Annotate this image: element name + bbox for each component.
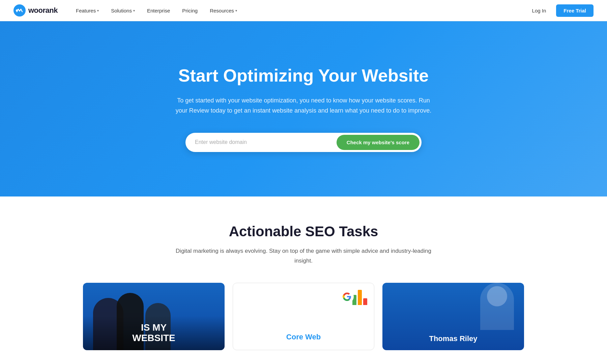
core-web-title: Core Web — [241, 333, 366, 341]
bar-red — [363, 298, 367, 305]
thomas-riley-card[interactable]: Thomas Riley — [382, 283, 524, 350]
bar-chart — [352, 290, 367, 305]
nav-item-pricing[interactable]: Pricing — [177, 5, 202, 16]
hero-title: Start Optimizing Your Website — [178, 66, 429, 86]
cards-row: IS MYWEBSITE Core Web — [13, 283, 594, 350]
thomas-riley-name: Thomas Riley — [391, 334, 516, 343]
free-trial-button[interactable]: Free Trial — [556, 4, 594, 17]
logo[interactable]: woorank — [13, 4, 58, 17]
nav-features-label: Features — [76, 8, 96, 13]
is-my-website-card[interactable]: IS MYWEBSITE — [83, 283, 225, 350]
nav-solutions-label: Solutions — [111, 8, 132, 13]
seo-section-title: Actionable SEO Tasks — [13, 223, 594, 240]
google-logo — [340, 290, 354, 305]
nav-enterprise-label: Enterprise — [147, 8, 170, 13]
is-my-website-text: IS MYWEBSITE — [91, 323, 216, 343]
navbar: woorank Features ▾ Solutions ▾ Enterpris… — [0, 0, 607, 21]
seo-section-subtitle: Digital marketing is always evolving. St… — [175, 246, 432, 266]
chevron-down-icon: ▾ — [235, 9, 237, 12]
nav-item-solutions[interactable]: Solutions ▾ — [106, 5, 140, 16]
nav-item-resources[interactable]: Resources ▾ — [205, 5, 242, 16]
nav-pricing-label: Pricing — [182, 8, 198, 13]
nav-right: Log In Free Trial — [527, 4, 594, 17]
hero-subtitle: To get started with your website optimiz… — [175, 95, 432, 116]
nav-item-enterprise[interactable]: Enterprise — [142, 5, 175, 16]
nav-item-features[interactable]: Features ▾ — [71, 5, 104, 16]
woorank-logo-icon — [13, 4, 26, 17]
nav-links: Features ▾ Solutions ▾ Enterprise Pricin… — [71, 5, 527, 16]
chevron-down-icon: ▾ — [97, 9, 99, 12]
svg-point-1 — [16, 9, 18, 11]
search-input[interactable] — [195, 136, 337, 148]
logo-text: woorank — [28, 6, 58, 15]
core-web-card[interactable]: Core Web — [233, 283, 374, 350]
chevron-down-icon: ▾ — [133, 9, 135, 12]
check-score-button[interactable]: Check my website's score — [337, 135, 420, 150]
nav-resources-label: Resources — [210, 8, 234, 13]
seo-section: Actionable SEO Tasks Digital marketing i… — [0, 196, 607, 364]
search-form: Check my website's score — [185, 133, 422, 152]
is-my-website-card-overlay: IS MYWEBSITE — [83, 316, 225, 350]
login-link[interactable]: Log In — [527, 5, 551, 16]
bar-orange — [358, 290, 362, 305]
hero-section: Start Optimizing Your Website To get sta… — [0, 21, 607, 196]
person-head — [487, 286, 507, 306]
